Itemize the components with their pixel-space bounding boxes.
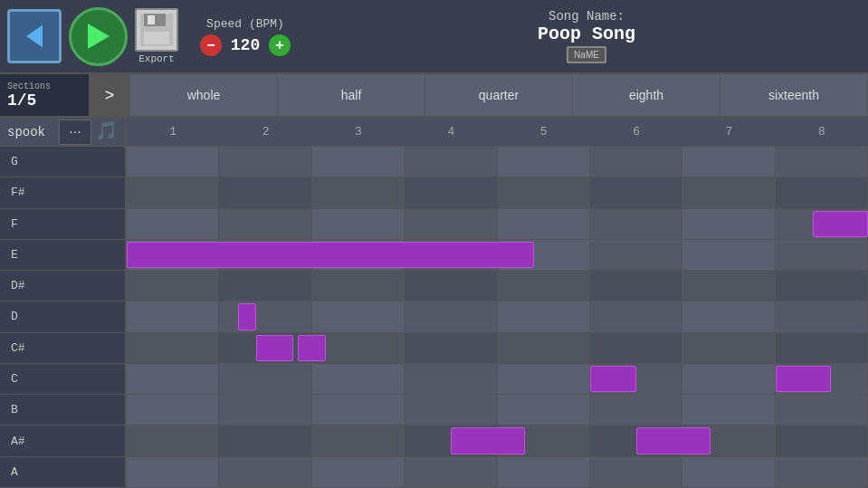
grid-cell[interactable] xyxy=(682,240,775,270)
grid-cell[interactable] xyxy=(405,333,497,363)
grid-row-C[interactable] xyxy=(127,364,868,395)
grid-cell[interactable] xyxy=(498,364,590,394)
grid-cell[interactable] xyxy=(682,271,775,301)
note-half-button[interactable]: half xyxy=(278,74,425,116)
note-block[interactable] xyxy=(238,303,256,330)
grid-cell[interactable] xyxy=(498,457,590,487)
grid-cell[interactable] xyxy=(312,364,405,394)
grid-cell[interactable] xyxy=(498,177,590,207)
grid-cell[interactable] xyxy=(127,177,219,207)
grid-row-F[interactable] xyxy=(127,209,868,240)
grid-cell[interactable] xyxy=(682,301,775,331)
bpm-decrease-button[interactable]: − xyxy=(200,34,222,56)
grid-cell[interactable] xyxy=(498,209,590,239)
grid-cell[interactable] xyxy=(405,209,497,239)
grid-cell[interactable] xyxy=(219,457,311,487)
grid-row-D-sharp[interactable] xyxy=(127,271,868,301)
grid-cell[interactable] xyxy=(776,301,868,331)
grid-cell[interactable] xyxy=(127,209,219,239)
grid-cell[interactable] xyxy=(312,147,405,177)
grid-cell[interactable] xyxy=(312,271,405,301)
note-block[interactable] xyxy=(127,242,534,268)
rename-button[interactable]: NaME xyxy=(567,46,606,63)
grid-cell[interactable] xyxy=(127,271,219,301)
note-whole-button[interactable]: whole xyxy=(130,74,278,116)
grid-row-F-sharp[interactable] xyxy=(127,177,868,208)
grid-cell[interactable] xyxy=(127,333,219,363)
note-block[interactable] xyxy=(776,366,831,392)
grid-cell[interactable] xyxy=(590,395,682,425)
grid-cell[interactable] xyxy=(590,457,682,487)
grid-cell[interactable] xyxy=(127,364,219,394)
grid-row-A[interactable] xyxy=(127,457,868,488)
grid-cell[interactable] xyxy=(776,271,868,301)
grid-cell[interactable] xyxy=(682,333,775,363)
grid-cell[interactable] xyxy=(127,147,219,177)
grid-cell[interactable] xyxy=(405,177,497,207)
grid-row-C-sharp[interactable] xyxy=(127,333,868,364)
grid-cell[interactable] xyxy=(312,426,405,455)
instrument-options-button[interactable]: ··· xyxy=(59,120,91,145)
grid-cell[interactable] xyxy=(590,240,682,270)
grid-row-D[interactable] xyxy=(127,301,868,332)
note-eighth-button[interactable]: eighth xyxy=(573,74,720,116)
grid-row-G[interactable] xyxy=(127,147,868,177)
grid-cell[interactable] xyxy=(498,395,590,425)
bpm-increase-button[interactable]: + xyxy=(269,34,291,56)
grid-cell[interactable] xyxy=(682,177,775,207)
grid-cell[interactable] xyxy=(312,333,405,363)
grid-cell[interactable] xyxy=(312,209,405,239)
grid-cell[interactable] xyxy=(405,271,497,301)
grid-cell[interactable] xyxy=(127,426,219,455)
grid-cell[interactable] xyxy=(590,209,682,239)
grid-row-A-sharp[interactable] xyxy=(127,426,868,456)
note-block[interactable] xyxy=(813,211,868,237)
grid-area[interactable]: 12345678 xyxy=(127,118,868,488)
grid-cell[interactable] xyxy=(590,177,682,207)
note-block[interactable] xyxy=(636,427,711,454)
grid-cell[interactable] xyxy=(405,395,497,425)
grid-cell[interactable] xyxy=(219,271,311,301)
back-button[interactable] xyxy=(7,9,62,63)
grid-cell[interactable] xyxy=(219,301,311,331)
note-block[interactable] xyxy=(256,335,293,361)
grid-cell[interactable] xyxy=(219,177,311,207)
note-block[interactable] xyxy=(298,335,326,361)
grid-cell[interactable] xyxy=(590,333,682,363)
grid-cell[interactable] xyxy=(776,426,868,455)
grid-cell[interactable] xyxy=(127,395,219,425)
note-block[interactable] xyxy=(451,427,525,454)
grid-cell[interactable] xyxy=(405,147,497,177)
grid-cell[interactable] xyxy=(776,457,868,487)
grid-cell[interactable] xyxy=(682,395,775,425)
grid-cell[interactable] xyxy=(312,177,405,207)
grid-cell[interactable] xyxy=(590,271,682,301)
grid-cell[interactable] xyxy=(776,240,868,270)
grid-cell[interactable] xyxy=(127,301,219,331)
play-button[interactable] xyxy=(69,7,128,66)
grid-cell[interactable] xyxy=(498,333,590,363)
grid-cell[interactable] xyxy=(498,147,590,177)
grid-cell[interactable] xyxy=(498,301,590,331)
note-quarter-button[interactable]: quarter xyxy=(425,74,573,116)
grid-row-B[interactable] xyxy=(127,395,868,426)
grid-cell[interactable] xyxy=(312,395,405,425)
grid-cell[interactable] xyxy=(405,364,497,394)
grid-cell[interactable] xyxy=(682,147,775,177)
grid-cell[interactable] xyxy=(682,209,775,239)
grid-cell[interactable] xyxy=(776,177,868,207)
grid-cell[interactable] xyxy=(312,457,405,487)
grid-cell[interactable] xyxy=(682,457,775,487)
grid-cell[interactable] xyxy=(776,147,868,177)
note-sixteenth-button[interactable]: sixteenth xyxy=(720,74,868,116)
grid-cell[interactable] xyxy=(127,457,219,487)
grid-cell[interactable] xyxy=(590,147,682,177)
grid-cell[interactable] xyxy=(590,301,682,331)
grid-cell[interactable] xyxy=(776,333,868,363)
nav-next-button[interactable]: > xyxy=(91,74,130,116)
grid-cell[interactable] xyxy=(219,209,311,239)
grid-cell[interactable] xyxy=(682,364,775,394)
grid-row-E[interactable] xyxy=(127,240,868,271)
grid-rows[interactable] xyxy=(127,147,868,488)
grid-cell[interactable] xyxy=(405,457,497,487)
